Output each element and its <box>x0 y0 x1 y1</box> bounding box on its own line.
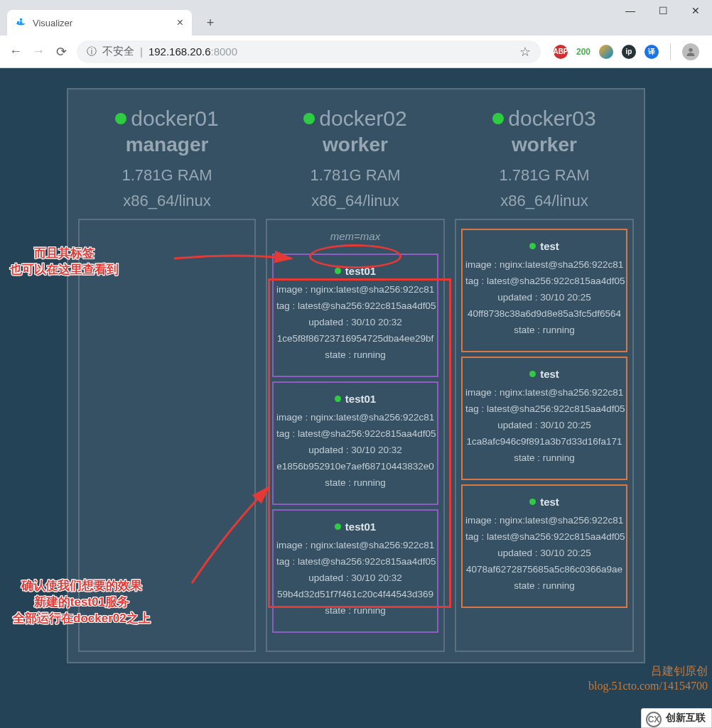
service-state: state : running <box>465 580 623 591</box>
status-dot-icon <box>303 113 315 124</box>
node-name: docker03 <box>455 107 634 131</box>
node-ram: 1.781G RAM <box>455 166 634 185</box>
tab-title: Visualizer <box>33 18 171 28</box>
status-dot-icon <box>492 113 504 124</box>
service-image: image : nginx:latest@sha256:922c81 <box>465 259 623 270</box>
node-column: docker01manager1.781G RAMx86_64/linux <box>78 107 256 652</box>
profile-icon[interactable] <box>682 43 699 60</box>
extension-icon[interactable] <box>599 45 613 59</box>
node-role: worker <box>455 134 634 156</box>
minimize-button[interactable]: — <box>614 0 647 21</box>
node-header: docker02worker1.781G RAMx86_64/linux <box>266 107 445 210</box>
status-200-icon[interactable]: 200 <box>576 45 590 59</box>
service-updated: updated : 30/10 20:25 <box>465 420 623 430</box>
service-hash: 40ff8738c38a6d9d8e85a3fc5df6564 <box>465 308 623 319</box>
status-dot-icon <box>529 371 536 377</box>
service-tag: tag : latest@sha256:922c815aa4df05 <box>465 403 623 414</box>
node-header: docker03worker1.781G RAMx86_64/linux <box>455 107 634 210</box>
ellipse-highlight <box>309 244 401 268</box>
annotation-label-bottom: 确认使我们想要的效果 新建的test01服务 全部运行在docker02之上 <box>13 578 151 627</box>
rect-highlight <box>268 278 451 608</box>
node-header: docker01manager1.781G RAMx86_64/linux <box>78 107 256 210</box>
status-dot-icon <box>335 268 341 274</box>
service-image: image : nginx:latest@sha256:922c81 <box>465 515 623 526</box>
back-button[interactable]: ← <box>9 44 23 59</box>
svg-rect-1 <box>20 21 22 23</box>
tab-close-icon[interactable]: × <box>177 16 183 29</box>
status-dot-icon <box>115 113 126 124</box>
service-card[interactable]: testimage : nginx:latest@sha256:922c81ta… <box>461 357 627 480</box>
visualizer-page: docker01manager1.781G RAMx86_64/linuxdoc… <box>0 68 712 728</box>
node-name: docker02 <box>266 107 445 131</box>
docker-icon <box>16 17 27 28</box>
insecure-label: 不安全 <box>102 45 134 58</box>
info-icon[interactable]: ⓘ <box>87 45 97 58</box>
service-state: state : running <box>465 325 623 335</box>
extension-icons: ABP 200 ip 译 <box>549 43 703 60</box>
service-title: test <box>465 368 623 380</box>
maximize-button[interactable]: ☐ <box>647 0 679 21</box>
node-body: testimage : nginx:latest@sha256:922c81ta… <box>455 219 634 652</box>
service-hash: 4078af6272875685a5c86c0366a9ae <box>465 564 623 575</box>
translate-extension-icon[interactable]: 译 <box>644 45 659 59</box>
annotation-label-top: 而且其标签 也可以在这里查看到 <box>10 246 119 278</box>
url-text: 192.168.20.6:8000 <box>149 45 237 58</box>
node-role: manager <box>78 134 256 156</box>
window-controls: — ☐ ✕ <box>614 0 712 21</box>
node-arch: x86_64/linux <box>266 192 445 210</box>
node-name: docker01 <box>78 107 256 131</box>
watermark-brand: CX 创新互联 <box>641 708 712 728</box>
node-arch: x86_64/linux <box>78 192 256 210</box>
service-title: test <box>465 240 623 252</box>
reload-button[interactable]: ⟳ <box>54 44 68 60</box>
close-window-button[interactable]: ✕ <box>679 0 712 21</box>
ip-extension-icon[interactable]: ip <box>622 45 636 59</box>
node-column: docker03worker1.781G RAMx86_64/linuxtest… <box>455 107 634 652</box>
status-dot-icon <box>529 243 536 249</box>
browser-tab[interactable]: Visualizer × <box>7 10 192 36</box>
status-dot-icon <box>529 499 536 505</box>
service-tag: tag : latest@sha256:922c815aa4df05 <box>465 276 623 286</box>
service-updated: updated : 30/10 20:25 <box>465 292 623 303</box>
address-bar: ← → ⟳ ⓘ 不安全 | 192.168.20.6:8000 ☆ ABP 20… <box>0 36 712 68</box>
new-tab-button[interactable]: + <box>200 13 220 33</box>
watermark-author: 吕建钊原创 blog.51cto.com/14154700 <box>588 664 708 694</box>
svg-point-3 <box>689 48 692 51</box>
forward-button[interactable]: → <box>31 44 45 59</box>
svg-rect-0 <box>17 21 19 23</box>
service-image: image : nginx:latest@sha256:922c81 <box>465 387 623 398</box>
bookmark-icon[interactable]: ☆ <box>519 44 531 60</box>
abp-extension-icon[interactable]: ABP <box>554 45 568 59</box>
url-input[interactable]: ⓘ 不安全 | 192.168.20.6:8000 ☆ <box>77 40 541 63</box>
service-state: state : running <box>465 452 623 463</box>
service-hash: 1ca8afc946c9f891a3b7d33d16fa171 <box>465 436 623 447</box>
brand-logo-icon: CX <box>646 712 662 727</box>
service-updated: updated : 30/10 20:25 <box>465 548 623 558</box>
window-titlebar: Visualizer × + — ☐ ✕ <box>0 0 712 36</box>
svg-rect-2 <box>20 18 22 21</box>
node-arch: x86_64/linux <box>455 192 634 210</box>
service-card[interactable]: testimage : nginx:latest@sha256:922c81ta… <box>461 484 627 608</box>
service-title: test <box>465 496 623 508</box>
node-ram: 1.781G RAM <box>266 166 445 185</box>
service-tag: tag : latest@sha256:922c815aa4df05 <box>465 531 623 542</box>
node-role: worker <box>266 134 445 156</box>
service-card[interactable]: testimage : nginx:latest@sha256:922c81ta… <box>461 229 627 352</box>
node-ram: 1.781G RAM <box>78 166 256 185</box>
